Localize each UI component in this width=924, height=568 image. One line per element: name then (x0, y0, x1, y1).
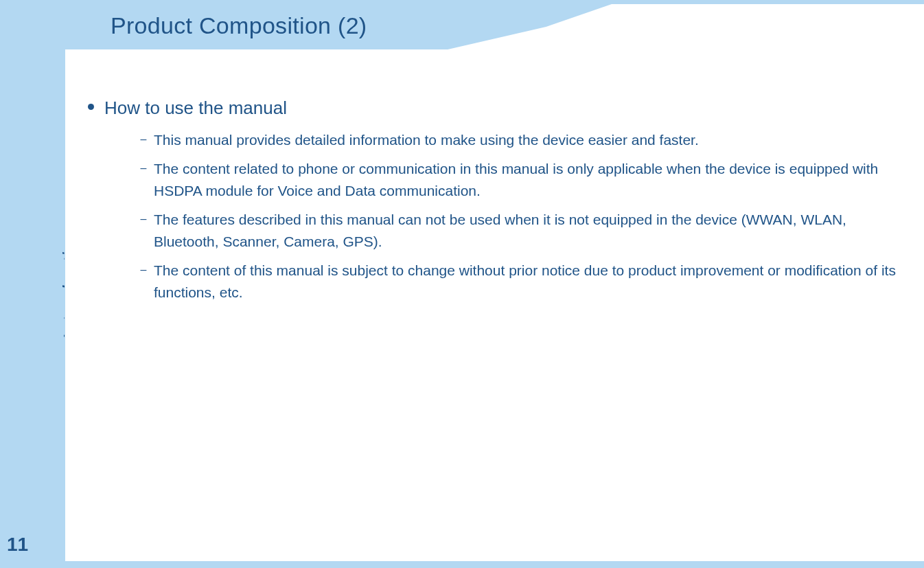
list-item: – The content related to phone or commun… (133, 158, 908, 202)
dash-icon: – (133, 158, 154, 179)
dash-icon: – (133, 209, 154, 229)
list-item-text: The features described in this manual ca… (154, 209, 908, 253)
dash-icon: – (133, 260, 154, 280)
sidebar-band: Introduction 11 (0, 0, 65, 568)
bottom-stripe (0, 561, 924, 568)
list-item: – The features described in this manual … (133, 209, 908, 253)
list-item-text: The content related to phone or communic… (154, 158, 908, 202)
list-item: – The content of this manual is subject … (133, 260, 908, 304)
content-body: How to use the manual – This manual prov… (77, 96, 908, 310)
bullet-heading-row: How to use the manual (77, 96, 908, 120)
circle-bullet-icon (88, 104, 94, 110)
list-item-text: This manual provides detailed informatio… (154, 129, 699, 151)
page-number: 11 (7, 534, 28, 556)
sub-list: – This manual provides detailed informat… (133, 129, 908, 304)
list-item: – This manual provides detailed informat… (133, 129, 908, 151)
list-item-text: The content of this manual is subject to… (154, 260, 908, 304)
page-title: Product Composition (2) (111, 12, 367, 39)
content-heading: How to use the manual (104, 96, 287, 120)
dash-icon: – (133, 129, 154, 150)
bullet-icon (77, 96, 104, 117)
